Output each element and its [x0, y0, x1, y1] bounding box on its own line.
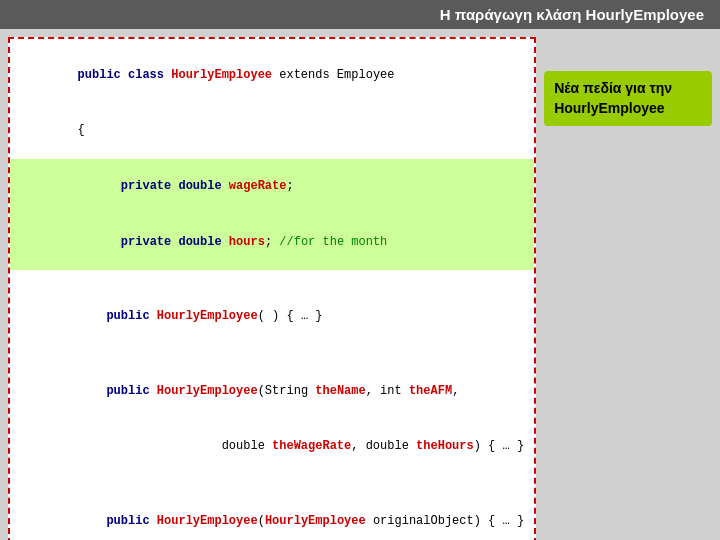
highlight-fields-block: private double wageRate; private double …	[10, 159, 534, 271]
annotation-fields: Νέα πεδία για την HourlyEmployee	[544, 71, 712, 126]
code-line-6: public HourlyEmployee( ) { … }	[20, 289, 524, 345]
title-text: Η παράγωγη κλάση HourlyEmployee	[440, 6, 704, 23]
code-line-2: {	[20, 103, 524, 159]
code-line-7	[20, 345, 524, 364]
code-line-5	[20, 270, 524, 289]
code-panel: public class HourlyEmployee extends Empl…	[8, 37, 536, 540]
content-area: public class HourlyEmployee extends Empl…	[0, 29, 720, 540]
page: Η παράγωγη κλάση HourlyEmployee public c…	[0, 0, 720, 540]
code-line-10	[20, 475, 524, 494]
code-line-4: private double hours; //for the month	[20, 214, 524, 270]
annotations-panel: Νέα πεδία για την HourlyEmployee Μέθοδος…	[536, 37, 712, 540]
code-line-1: public class HourlyEmployee extends Empl…	[20, 47, 524, 103]
code-line-9: double theWageRate, double theHours) { ……	[20, 419, 524, 475]
code-line-8: public HourlyEmployee(String theName, in…	[20, 363, 524, 419]
code-line-3: private double wageRate;	[20, 159, 524, 215]
code-line-11: public HourlyEmployee(HourlyEmployee ori…	[20, 493, 524, 540]
title-bar: Η παράγωγη κλάση HourlyEmployee	[0, 0, 720, 29]
